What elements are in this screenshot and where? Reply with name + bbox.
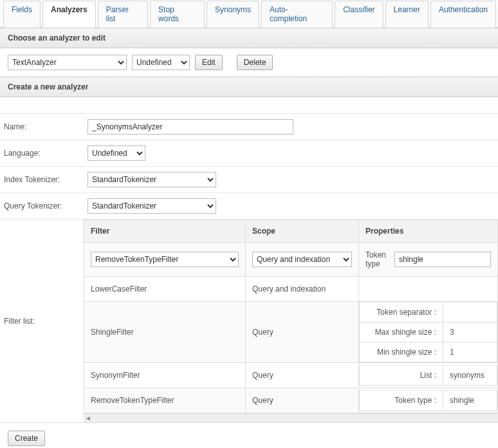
filter-props-cell: List :synonyms: [359, 363, 498, 388]
analyzer-name-input[interactable]: [88, 119, 293, 135]
tab-bar: FieldsAnalyzersParser listStop wordsSyno…: [0, 0, 498, 28]
new-filter-select[interactable]: RemoveTokenTypeFilter: [91, 252, 239, 267]
scroll-left-arrow-icon: ◄: [85, 415, 91, 422]
props-col-header: Properties: [359, 220, 498, 243]
horizontal-scrollbar[interactable]: ◄: [84, 413, 498, 422]
filter-props-cell: Token type :shingle: [359, 388, 498, 413]
filter-scope-cell: Query: [246, 302, 359, 363]
tab-parser-list[interactable]: Parser list: [98, 1, 148, 28]
existing-analyzer-select[interactable]: TextAnalyzer: [8, 55, 127, 70]
prop-value: 1: [443, 342, 497, 362]
create-button[interactable]: Create: [8, 431, 45, 446]
filter-list-label: Filter list:: [0, 219, 84, 423]
tab-fields[interactable]: Fields: [3, 1, 41, 28]
prop-key: Min shingle size :: [360, 342, 443, 362]
filter-row: SynonymFilterQueryList :synonyms: [84, 363, 498, 388]
name-label: Name:: [0, 114, 84, 140]
filter-col-header: Filter: [84, 220, 246, 243]
delete-button[interactable]: Delete: [237, 55, 273, 70]
prop-val-token-type-input[interactable]: [394, 252, 491, 267]
language-label: Language:: [0, 140, 84, 167]
prop-value: synonyms: [443, 366, 497, 386]
scope-col-header: Scope: [246, 220, 359, 243]
filter-row: RemoveTokenTypeFilterQueryToken type :sh…: [84, 388, 498, 413]
filter-scope-cell: Query and indexation: [246, 277, 359, 302]
filter-name-cell: ShingleFilter: [84, 302, 246, 363]
create-panel-title: Create a new analyzer: [0, 77, 498, 97]
filter-props-cell: [359, 277, 498, 302]
choose-panel-title: Choose an analyzer to edit: [0, 28, 498, 48]
filter-scope-cell: Query: [246, 388, 359, 413]
filter-props-cell: Token separator :Max shingle size :3Min …: [359, 302, 498, 363]
filter-scope-cell: Query: [246, 363, 359, 388]
tab-analyzers[interactable]: Analyzers: [42, 1, 96, 28]
index-tokenizer-label: Index Tokenizer:: [0, 167, 84, 193]
prop-key: List :: [360, 366, 443, 386]
query-tokenizer-select[interactable]: StandardTokenizer: [88, 198, 216, 214]
filter-name-cell: SynonymFilter: [84, 363, 246, 388]
tab-synonyms[interactable]: Synonyms: [207, 1, 259, 28]
language-select[interactable]: Undefined: [88, 145, 145, 161]
filter-row: LowerCaseFilterQuery and indexation: [84, 277, 498, 302]
prop-key: Token type :: [360, 391, 443, 411]
tab-auto-completion[interactable]: Auto-completion: [261, 1, 333, 28]
filter-name-cell: LowerCaseFilter: [84, 277, 246, 302]
prop-key: Token separator :: [360, 303, 443, 322]
prop-key: Max shingle size :: [360, 322, 443, 342]
new-filter-scope-select[interactable]: Query and indexation: [252, 252, 352, 267]
query-tokenizer-label: Query Tokenizer:: [0, 193, 84, 219]
index-tokenizer-select[interactable]: StandardTokenizer: [88, 172, 216, 187]
existing-analyzer-language-select[interactable]: Undefined: [132, 55, 190, 70]
prop-value: shingle: [443, 391, 497, 411]
prop-value: [443, 303, 497, 322]
edit-button[interactable]: Edit: [195, 55, 223, 70]
filter-row: ShingleFilterQueryToken separator :Max s…: [84, 302, 498, 363]
filter-name-cell: RemoveTokenTypeFilter: [84, 388, 246, 413]
tab-stop-words[interactable]: Stop words: [150, 1, 205, 28]
prop-key-token-type: Token type: [365, 250, 389, 268]
tab-learner[interactable]: Learner: [385, 1, 429, 28]
tab-authentication[interactable]: Authentication: [430, 1, 496, 28]
prop-value: 3: [443, 322, 497, 342]
tab-classifier[interactable]: Classifier: [335, 1, 383, 28]
